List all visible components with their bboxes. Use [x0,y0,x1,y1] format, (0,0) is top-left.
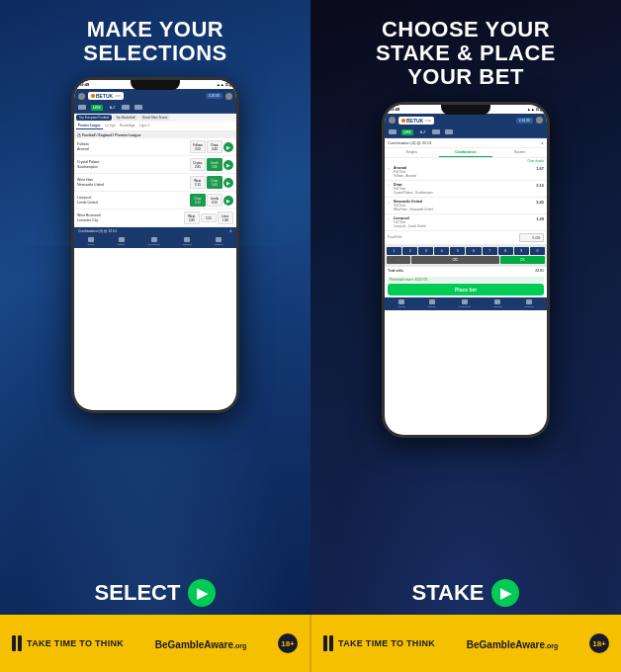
nav-promos-right[interactable]: Promotions [458,299,471,308]
signal-icons-left: ▲▲ ⊡ ▮ [217,82,231,87]
az-nav-left[interactable]: A-Z [108,105,118,111]
age-badge-right: 18+ [589,633,609,653]
combination-chevron: ∨ [541,140,544,145]
nav-events-right[interactable]: Events [428,299,436,308]
numpad-8[interactable]: 8 [498,247,513,255]
tab-combination[interactable]: Combination [439,148,493,157]
nav-icon-3-right[interactable] [445,129,453,134]
odd-fulham[interactable]: Fulham3.50 [190,140,206,153]
nav-icon-2-right[interactable] [432,129,440,134]
promos-icon-left [151,237,157,242]
nav-sports-left[interactable]: Sports [88,237,95,246]
play-btn-3[interactable]: ▶ [223,178,233,188]
play-btn-4[interactable]: ▶ [223,196,233,206]
odd-westbrom[interactable]: West.2.80 [184,211,200,224]
home-icon-left[interactable] [78,105,86,110]
numpad-1[interactable]: 1 [387,247,401,255]
sports-label-left: Sports [88,243,95,246]
nav-promos-left[interactable]: Promotions [147,237,160,246]
match-teams-3: West Ham Newcastle United [77,178,188,187]
gamble-text-left: BeGambleAware.org [155,639,247,650]
stake-text: STAKE [412,580,485,606]
odd-crystal[interactable]: Crysta.2.85 [190,158,206,171]
odd-south[interactable]: South.2.80 [207,158,222,171]
nav-support-left[interactable]: Support [215,237,223,246]
support-label-left: Support [215,243,223,246]
numpad-5[interactable]: 5 [450,247,465,255]
right-phone-wrapper: 09:49 ▲▲ ⊡ ▮ BETUK.com £10.00 [382,102,550,569]
odd-draw-4[interactable]: Draw6.10 [190,194,206,207]
odd-draw-3[interactable]: Draw3.40 [207,176,222,189]
numpad-3[interactable]: 3 [418,247,433,255]
nav-icon-2-left[interactable] [122,105,130,110]
sports-label-right: Sports [399,305,405,308]
place-bet-button[interactable]: Place bet [388,284,544,295]
odd-draw-5[interactable]: 5.55 [201,213,217,222]
match-odds-5: West.2.80 5.55 Leice.1.98 [184,211,233,224]
promos-label-right: Promotions [458,305,471,308]
play-btn-1[interactable]: ▶ [223,142,233,152]
stake-input[interactable]: 5.00 [519,233,544,242]
numpad-delete[interactable]: ⌫ [411,256,499,264]
nav-deposit-right[interactable]: Deposit [493,299,501,308]
nav-sports-right[interactable]: Sports [399,299,405,308]
odd-leeds[interactable]: Leeds6.50 [207,194,222,207]
numpad-0[interactable]: 0 [530,247,545,255]
tab-basketball[interactable]: Top Basketball [113,115,138,121]
numpad-ok[interactable]: OK [500,256,545,264]
user-icon-left[interactable] [225,93,232,100]
user-icon-right[interactable] [536,117,543,124]
play-btn-2[interactable]: ▶ [223,160,233,170]
stake-arrow[interactable]: ▶ [491,579,519,607]
remove-sel-4[interactable]: × [388,216,393,221]
away-team-3: Newcastle United [77,183,188,188]
search-icon-left[interactable] [78,93,85,100]
remove-sel-3[interactable]: × [388,200,393,205]
sel-detail-3: West Ham - Newcastle United [394,208,535,211]
tab-la-liga[interactable]: La Liga [104,123,118,129]
nav-icon-3-left[interactable] [134,105,142,110]
select-arrow[interactable]: ▶ [188,579,216,607]
numpad-row-2: - ⌫ OK [387,256,545,264]
betslip-bar-left[interactable]: Combination (4) @ 22.01 ∧ [74,227,236,235]
section-header-left: ⚽ Football / England / Premier League [74,131,236,138]
age-badge-left: 18+ [278,633,298,653]
odd-leice[interactable]: Leice.1.98 [218,211,233,224]
right-phone-screen: 09:49 ▲▲ ⊡ ▮ BETUK.com £10.00 [385,105,547,435]
status-time-right: 09:49 [390,107,399,112]
numpad-minus[interactable]: - [387,256,410,264]
home-icon-right[interactable] [389,129,397,134]
nav-support-right[interactable]: Support [525,299,534,308]
combination-header: Combination (4) @ 22.01 ∨ [385,138,547,148]
total-odds-row: Total odds 22.01 [385,267,547,275]
gamble-org-right: .org [545,642,558,649]
tab-premier-league[interactable]: Premier League [76,123,103,129]
live-badge-right[interactable]: LIVE [401,129,413,135]
nav-deposit-left[interactable]: Deposit [183,237,191,246]
tab-european-football[interactable]: Top European Football [76,115,112,121]
odd-draw-1[interactable]: Draw4.40 [207,140,222,153]
tab-singles[interactable]: Singles [385,148,439,157]
tab-bundesliga[interactable]: Bundesliga [118,123,136,129]
screen-header-right: BETUK.com £10.00 [385,114,547,127]
events-icon-left [119,237,125,242]
live-badge-left[interactable]: LIVE [91,105,103,111]
promos-label-left: Promotions [147,243,160,246]
numpad-6[interactable]: 6 [466,247,481,255]
phone-notch-right [441,105,490,115]
az-nav-right[interactable]: A-Z [418,129,428,135]
nav-events-left[interactable]: Events [118,237,126,246]
search-icon-right[interactable] [389,117,396,124]
numpad-7[interactable]: 7 [483,247,497,255]
tab-system[interactable]: System [492,148,547,157]
events-label-left: Events [118,243,126,246]
tab-ligue1[interactable]: Ligue 1 [137,123,151,129]
combination-text: Combination (4) @ 22.01 [388,140,432,145]
odd-westham[interactable]: West.2.15 [190,176,206,189]
numpad-2[interactable]: 2 [402,247,417,255]
numpad-4[interactable]: 4 [434,247,449,255]
numpad-9[interactable]: 9 [514,247,529,255]
tab-tennis[interactable]: Grand Slam Tennis [139,115,170,121]
remove-sel-1[interactable]: × [388,166,393,171]
remove-sel-2[interactable]: × [388,183,393,188]
